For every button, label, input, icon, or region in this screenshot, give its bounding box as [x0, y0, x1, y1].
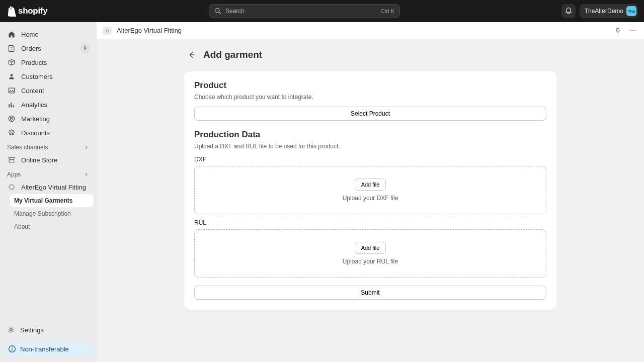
sidebar-subitem-manage-subscription[interactable]: Manage Subscription — [10, 207, 94, 220]
sidebar-item-label: About — [14, 223, 30, 230]
dxf-label: DXF — [194, 156, 546, 163]
production-heading: Production Data — [194, 130, 546, 140]
page-title: Add garment — [203, 49, 262, 60]
sidebar-item-label: Content — [21, 87, 44, 95]
sidebar-item-marketing[interactable]: Marketing — [3, 112, 94, 126]
sidebar-item-products[interactable]: Products — [3, 55, 94, 69]
pin-button[interactable] — [613, 26, 623, 36]
svg-line-1 — [219, 12, 221, 14]
notifications-button[interactable] — [561, 4, 576, 18]
info-icon — [8, 345, 16, 353]
more-button[interactable] — [628, 26, 638, 36]
rul-dropzone[interactable]: Add file Upload your RUL file — [194, 229, 546, 278]
sidebar-item-label: Marketing — [21, 115, 50, 123]
svg-point-0 — [215, 8, 219, 12]
svg-point-8 — [12, 133, 13, 134]
store-icon — [7, 155, 16, 164]
sidebar-item-alterego-app[interactable]: AlterEgo Virtual Fitting — [3, 180, 94, 194]
search-placeholder: Search — [225, 8, 245, 15]
discounts-icon — [7, 128, 16, 137]
sidebar-item-content[interactable]: Content — [3, 83, 94, 98]
product-desc: Choose which product you want to integra… — [194, 94, 546, 101]
dxf-add-file-button[interactable]: Add file — [355, 178, 386, 191]
sidebar-item-customers[interactable]: Customers — [3, 69, 94, 83]
shopify-wordmark: shopify — [18, 6, 47, 16]
marketing-icon — [7, 114, 16, 123]
sidebar-item-label: AlterEgo Virtual Fitting — [21, 184, 86, 191]
main-card: Product Choose which product you want to… — [184, 71, 556, 310]
sidebar-subitem-my-virtual-garments[interactable]: My Virtual Garments — [10, 194, 94, 207]
sidebar-item-label: Discounts — [21, 129, 50, 137]
analytics-icon — [7, 100, 16, 109]
sidebar-subitem-about[interactable]: About — [10, 220, 94, 233]
sales-channels-header[interactable]: Sales channels — [3, 140, 94, 153]
shopify-bag-icon — [6, 6, 16, 17]
sidebar-item-home[interactable]: Home — [3, 27, 94, 41]
product-heading: Product — [194, 80, 546, 90]
search-shortcut: Ctrl K — [380, 8, 394, 14]
main: ◇ AlterEgo Virtual Fitting Add garment P… — [97, 22, 644, 362]
arrow-left-icon — [187, 50, 196, 59]
svg-point-6 — [11, 118, 12, 119]
svg-point-14 — [630, 30, 631, 31]
back-button[interactable] — [186, 49, 197, 60]
dxf-hint: Upload your DXF file — [343, 195, 398, 202]
app-header-icon: ◇ — [103, 27, 112, 35]
chevron-right-icon — [84, 144, 90, 150]
svg-point-10 — [10, 329, 13, 331]
svg-point-16 — [634, 30, 635, 31]
sidebar-item-label: My Virtual Garments — [14, 197, 72, 204]
pin-icon — [614, 27, 621, 34]
production-desc: Upload a DXF and RUL file to be used for… — [194, 143, 546, 150]
orders-badge: 9 — [80, 44, 90, 53]
app-icon — [7, 183, 16, 192]
svg-point-2 — [11, 74, 13, 76]
rul-label: RUL — [194, 219, 546, 226]
dxf-dropzone[interactable]: Add file Upload your DXF file — [194, 166, 546, 214]
app-header-name: AlterEgo Virtual Fitting — [117, 27, 182, 34]
avatar: The — [626, 6, 636, 16]
chevron-right-icon — [84, 171, 90, 177]
sidebar-item-label: Settings — [20, 326, 44, 334]
sidebar-item-label: Customers — [21, 73, 53, 80]
sidebar-item-discounts[interactable]: Discounts — [3, 126, 94, 140]
user-menu[interactable]: TheAlterDemo The — [580, 4, 638, 18]
select-product-button[interactable]: Select Product — [194, 107, 546, 121]
username: TheAlterDemo — [585, 8, 623, 15]
sidebar-item-label: Orders — [21, 45, 41, 52]
topbar: shopify Search Ctrl K TheAlterDemo The — [0, 0, 644, 22]
sidebar-item-label: Online Store — [21, 156, 57, 164]
sidebar-item-label: Manage Subscription — [14, 210, 71, 217]
apps-header[interactable]: Apps — [3, 167, 94, 180]
more-horizontal-icon — [629, 27, 636, 34]
gear-icon — [7, 326, 15, 334]
orders-icon — [7, 44, 16, 53]
products-icon — [7, 58, 16, 67]
content-icon — [7, 86, 16, 95]
sidebar-item-settings[interactable]: Settings — [3, 323, 94, 337]
rul-hint: Upload your RUL file — [343, 258, 398, 265]
rul-add-file-button[interactable]: Add file — [355, 242, 386, 254]
submit-button[interactable]: Submit — [194, 286, 546, 300]
app-header: ◇ AlterEgo Virtual Fitting — [97, 22, 644, 39]
sidebar-item-label: Analytics — [21, 101, 47, 109]
sidebar-item-orders[interactable]: Orders 9 — [3, 41, 94, 55]
sidebar-item-label: Products — [21, 59, 47, 66]
non-transferable-pill[interactable]: Non-transferable — [3, 341, 94, 357]
svg-rect-3 — [9, 88, 14, 93]
bell-icon — [565, 7, 573, 15]
home-icon — [7, 30, 16, 39]
sidebar-item-online-store[interactable]: Online Store — [3, 153, 94, 167]
svg-point-13 — [12, 347, 13, 348]
svg-point-15 — [632, 30, 633, 31]
search-icon — [214, 8, 221, 15]
svg-point-7 — [11, 132, 12, 133]
customers-icon — [7, 72, 16, 81]
shopify-logo[interactable]: shopify — [6, 6, 47, 17]
sidebar: Home Orders 9 Products Customers Content… — [0, 22, 97, 362]
search-input[interactable]: Search Ctrl K — [209, 4, 400, 18]
sidebar-item-label: Home — [21, 31, 39, 38]
sidebar-item-analytics[interactable]: Analytics — [3, 98, 94, 112]
